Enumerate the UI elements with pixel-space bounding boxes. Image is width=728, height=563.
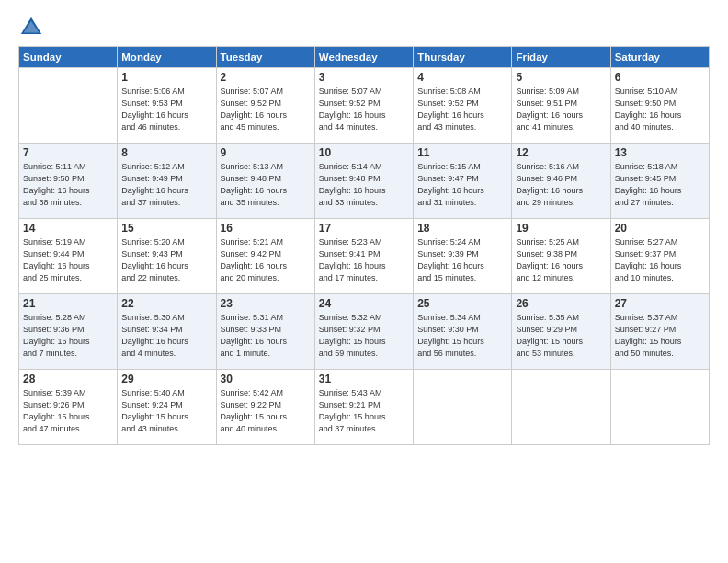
week-row-5: 28Sunrise: 5:39 AM Sunset: 9:26 PM Dayli… [19, 370, 710, 445]
calendar-cell: 21Sunrise: 5:28 AM Sunset: 9:36 PM Dayli… [19, 294, 118, 370]
calendar-cell: 26Sunrise: 5:35 AM Sunset: 9:29 PM Dayli… [512, 294, 610, 370]
day-number: 8 [121, 146, 211, 159]
calendar-cell: 7Sunrise: 5:11 AM Sunset: 9:50 PM Daylig… [19, 144, 118, 219]
day-number: 17 [319, 222, 409, 235]
day-info: Sunrise: 5:10 AM Sunset: 9:50 PM Dayligh… [615, 86, 705, 133]
day-number: 21 [23, 297, 113, 310]
calendar-cell: 22Sunrise: 5:30 AM Sunset: 9:34 PM Dayli… [118, 294, 216, 370]
day-number: 15 [121, 222, 211, 235]
calendar-cell: 24Sunrise: 5:32 AM Sunset: 9:32 PM Dayli… [314, 294, 413, 370]
day-number: 30 [221, 373, 311, 385]
day-info: Sunrise: 5:16 AM Sunset: 9:46 PM Dayligh… [516, 161, 606, 209]
day-info: Sunrise: 5:15 AM Sunset: 9:47 PM Dayligh… [417, 161, 507, 209]
calendar-table: SundayMondayTuesdayWednesdayThursdayFrid… [18, 46, 710, 445]
page: SundayMondayTuesdayWednesdayThursdayFrid… [0, 0, 728, 563]
day-info: Sunrise: 5:34 AM Sunset: 9:30 PM Dayligh… [417, 312, 507, 360]
day-number: 27 [615, 297, 705, 310]
calendar-cell: 18Sunrise: 5:24 AM Sunset: 9:39 PM Dayli… [414, 219, 512, 294]
calendar-cell: 1Sunrise: 5:06 AM Sunset: 9:53 PM Daylig… [118, 68, 216, 144]
calendar-cell [414, 370, 512, 445]
day-info: Sunrise: 5:27 AM Sunset: 9:37 PM Dayligh… [615, 236, 705, 284]
calendar-cell: 13Sunrise: 5:18 AM Sunset: 9:45 PM Dayli… [610, 144, 709, 219]
calendar-cell: 28Sunrise: 5:39 AM Sunset: 9:26 PM Dayli… [19, 370, 118, 445]
calendar-cell: 31Sunrise: 5:43 AM Sunset: 9:21 PM Dayli… [314, 370, 413, 445]
calendar-cell: 29Sunrise: 5:40 AM Sunset: 9:24 PM Dayli… [118, 370, 216, 445]
day-number: 31 [319, 373, 409, 385]
week-row-3: 14Sunrise: 5:19 AM Sunset: 9:44 PM Dayli… [19, 219, 710, 294]
day-info: Sunrise: 5:07 AM Sunset: 9:52 PM Dayligh… [319, 86, 409, 133]
day-info: Sunrise: 5:35 AM Sunset: 9:29 PM Dayligh… [516, 312, 606, 360]
day-number: 7 [23, 146, 113, 159]
day-info: Sunrise: 5:08 AM Sunset: 9:52 PM Dayligh… [417, 86, 507, 133]
col-header-sunday: Sunday [19, 47, 118, 68]
day-info: Sunrise: 5:12 AM Sunset: 9:49 PM Dayligh… [121, 161, 211, 209]
col-header-friday: Friday [512, 47, 610, 68]
day-info: Sunrise: 5:09 AM Sunset: 9:51 PM Dayligh… [516, 86, 606, 133]
calendar-cell: 9Sunrise: 5:13 AM Sunset: 9:48 PM Daylig… [216, 144, 314, 219]
calendar-cell: 19Sunrise: 5:25 AM Sunset: 9:38 PM Dayli… [512, 219, 610, 294]
day-info: Sunrise: 5:19 AM Sunset: 9:44 PM Dayligh… [23, 236, 113, 284]
day-number: 24 [319, 297, 409, 310]
calendar-cell: 14Sunrise: 5:19 AM Sunset: 9:44 PM Dayli… [19, 219, 118, 294]
col-header-thursday: Thursday [414, 47, 512, 68]
day-number: 3 [319, 71, 409, 84]
day-number: 4 [417, 71, 507, 84]
day-info: Sunrise: 5:32 AM Sunset: 9:32 PM Dayligh… [319, 312, 409, 360]
calendar-cell: 5Sunrise: 5:09 AM Sunset: 9:51 PM Daylig… [512, 68, 610, 144]
day-info: Sunrise: 5:21 AM Sunset: 9:42 PM Dayligh… [221, 236, 311, 284]
day-number: 12 [516, 146, 606, 159]
day-info: Sunrise: 5:37 AM Sunset: 9:27 PM Dayligh… [615, 312, 705, 360]
day-info: Sunrise: 5:11 AM Sunset: 9:50 PM Dayligh… [23, 161, 113, 209]
day-number: 16 [221, 222, 311, 235]
calendar-cell: 20Sunrise: 5:27 AM Sunset: 9:37 PM Dayli… [610, 219, 709, 294]
day-info: Sunrise: 5:23 AM Sunset: 9:41 PM Dayligh… [319, 236, 409, 284]
day-info: Sunrise: 5:20 AM Sunset: 9:43 PM Dayligh… [121, 236, 211, 284]
calendar-cell: 8Sunrise: 5:12 AM Sunset: 9:49 PM Daylig… [118, 144, 216, 219]
week-row-2: 7Sunrise: 5:11 AM Sunset: 9:50 PM Daylig… [19, 144, 710, 219]
calendar-cell: 27Sunrise: 5:37 AM Sunset: 9:27 PM Dayli… [610, 294, 709, 370]
calendar-cell: 3Sunrise: 5:07 AM Sunset: 9:52 PM Daylig… [314, 68, 413, 144]
calendar-cell [19, 68, 118, 144]
day-info: Sunrise: 5:18 AM Sunset: 9:45 PM Dayligh… [615, 161, 705, 209]
day-info: Sunrise: 5:40 AM Sunset: 9:24 PM Dayligh… [121, 387, 211, 435]
day-number: 14 [23, 222, 113, 235]
day-number: 28 [23, 373, 113, 385]
calendar-cell: 4Sunrise: 5:08 AM Sunset: 9:52 PM Daylig… [414, 68, 512, 144]
day-number: 20 [615, 222, 705, 235]
day-info: Sunrise: 5:14 AM Sunset: 9:48 PM Dayligh… [319, 161, 409, 209]
calendar-cell: 15Sunrise: 5:20 AM Sunset: 9:43 PM Dayli… [118, 219, 216, 294]
col-header-wednesday: Wednesday [314, 47, 413, 68]
day-number: 5 [516, 71, 606, 84]
calendar-cell: 2Sunrise: 5:07 AM Sunset: 9:52 PM Daylig… [216, 68, 314, 144]
day-info: Sunrise: 5:43 AM Sunset: 9:21 PM Dayligh… [319, 387, 409, 435]
day-info: Sunrise: 5:28 AM Sunset: 9:36 PM Dayligh… [23, 312, 113, 360]
calendar-cell: 16Sunrise: 5:21 AM Sunset: 9:42 PM Dayli… [216, 219, 314, 294]
calendar-cell: 30Sunrise: 5:42 AM Sunset: 9:22 PM Dayli… [216, 370, 314, 445]
day-number: 19 [516, 222, 606, 235]
header-row: SundayMondayTuesdayWednesdayThursdayFrid… [19, 47, 710, 68]
logo [18, 15, 48, 40]
day-number: 25 [417, 297, 507, 310]
day-number: 1 [121, 71, 211, 84]
day-number: 29 [121, 373, 211, 385]
day-info: Sunrise: 5:42 AM Sunset: 9:22 PM Dayligh… [221, 387, 311, 435]
calendar-cell [610, 370, 709, 445]
calendar-cell: 6Sunrise: 5:10 AM Sunset: 9:50 PM Daylig… [610, 68, 709, 144]
day-number: 26 [516, 297, 606, 310]
day-number: 22 [121, 297, 211, 310]
week-row-1: 1Sunrise: 5:06 AM Sunset: 9:53 PM Daylig… [19, 68, 710, 144]
calendar-cell: 11Sunrise: 5:15 AM Sunset: 9:47 PM Dayli… [414, 144, 512, 219]
calendar-cell: 17Sunrise: 5:23 AM Sunset: 9:41 PM Dayli… [314, 219, 413, 294]
day-info: Sunrise: 5:25 AM Sunset: 9:38 PM Dayligh… [516, 236, 606, 284]
day-number: 9 [221, 146, 311, 159]
day-number: 6 [615, 71, 705, 84]
day-info: Sunrise: 5:06 AM Sunset: 9:53 PM Dayligh… [121, 86, 211, 133]
day-info: Sunrise: 5:31 AM Sunset: 9:33 PM Dayligh… [221, 312, 311, 360]
day-number: 13 [615, 146, 705, 159]
day-number: 11 [417, 146, 507, 159]
logo-icon [18, 15, 44, 40]
day-info: Sunrise: 5:07 AM Sunset: 9:52 PM Dayligh… [221, 86, 311, 133]
col-header-monday: Monday [118, 47, 216, 68]
calendar-cell [512, 370, 610, 445]
day-number: 18 [417, 222, 507, 235]
